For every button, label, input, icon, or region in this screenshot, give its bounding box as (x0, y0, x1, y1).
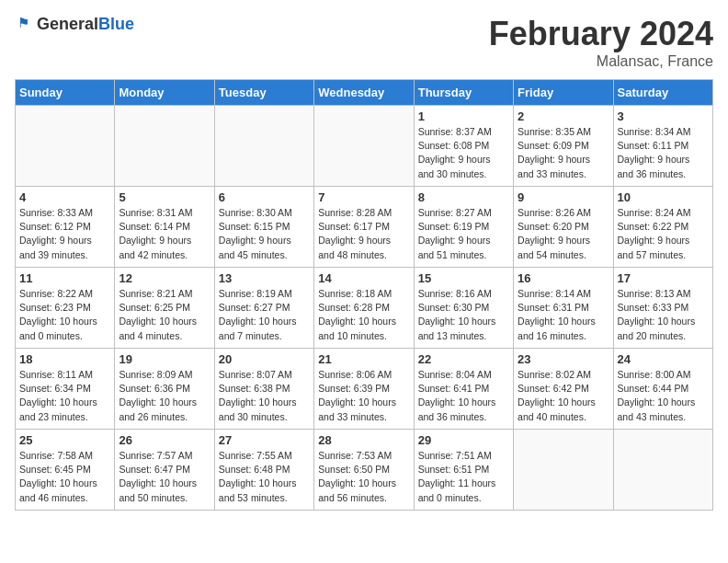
day-number: 23 (518, 352, 609, 366)
calendar-cell: 23Sunrise: 8:02 AM Sunset: 6:42 PM Dayli… (514, 349, 613, 430)
day-info: Sunrise: 8:16 AM Sunset: 6:30 PM Dayligh… (418, 287, 509, 343)
day-info: Sunrise: 8:24 AM Sunset: 6:22 PM Dayligh… (618, 206, 709, 262)
header-day-saturday: Saturday (613, 80, 712, 106)
calendar-week-4: 18Sunrise: 8:11 AM Sunset: 6:34 PM Dayli… (16, 349, 713, 430)
calendar-week-1: 1Sunrise: 8:37 AM Sunset: 6:08 PM Daylig… (16, 106, 713, 187)
calendar-cell: 24Sunrise: 8:00 AM Sunset: 6:44 PM Dayli… (613, 349, 712, 430)
day-number: 6 (219, 190, 310, 204)
calendar-cell: 18Sunrise: 8:11 AM Sunset: 6:34 PM Dayli… (16, 349, 115, 430)
day-number: 17 (618, 271, 709, 285)
day-number: 29 (418, 433, 509, 447)
day-number: 3 (618, 109, 709, 123)
day-number: 27 (219, 433, 310, 447)
day-number: 26 (119, 433, 210, 447)
day-number: 24 (618, 352, 709, 366)
calendar-table: SundayMondayTuesdayWednesdayThursdayFrid… (15, 79, 713, 511)
day-number: 9 (518, 190, 609, 204)
day-info: Sunrise: 8:33 AM Sunset: 6:12 PM Dayligh… (19, 206, 110, 262)
calendar-cell: 2Sunrise: 8:35 AM Sunset: 6:09 PM Daylig… (514, 106, 613, 187)
day-info: Sunrise: 8:02 AM Sunset: 6:42 PM Dayligh… (518, 368, 609, 424)
day-number: 28 (318, 433, 409, 447)
logo: ⚑ GeneralBlue (15, 15, 134, 34)
day-info: Sunrise: 8:21 AM Sunset: 6:25 PM Dayligh… (119, 287, 210, 343)
day-number: 2 (518, 109, 609, 123)
day-info: Sunrise: 8:26 AM Sunset: 6:20 PM Dayligh… (518, 206, 609, 262)
day-info: Sunrise: 8:07 AM Sunset: 6:38 PM Dayligh… (219, 368, 310, 424)
day-number: 16 (518, 271, 609, 285)
calendar-cell: 11Sunrise: 8:22 AM Sunset: 6:23 PM Dayli… (16, 268, 115, 349)
calendar-cell: 27Sunrise: 7:55 AM Sunset: 6:48 PM Dayli… (214, 430, 313, 511)
day-number: 5 (119, 190, 210, 204)
calendar-cell: 16Sunrise: 8:14 AM Sunset: 6:31 PM Dayli… (514, 268, 613, 349)
day-info: Sunrise: 7:55 AM Sunset: 6:48 PM Dayligh… (219, 449, 310, 505)
calendar-cell: 17Sunrise: 8:13 AM Sunset: 6:33 PM Dayli… (613, 268, 712, 349)
calendar-cell: 12Sunrise: 8:21 AM Sunset: 6:25 PM Dayli… (115, 268, 214, 349)
calendar-cell: 4Sunrise: 8:33 AM Sunset: 6:12 PM Daylig… (16, 187, 115, 268)
day-number: 20 (219, 352, 310, 366)
day-info: Sunrise: 8:18 AM Sunset: 6:28 PM Dayligh… (318, 287, 409, 343)
calendar-cell: 25Sunrise: 7:58 AM Sunset: 6:45 PM Dayli… (16, 430, 115, 511)
day-number: 11 (19, 271, 110, 285)
day-info: Sunrise: 8:11 AM Sunset: 6:34 PM Dayligh… (19, 368, 110, 424)
day-number: 19 (119, 352, 210, 366)
header-day-monday: Monday (115, 80, 214, 106)
day-number: 13 (219, 271, 310, 285)
calendar-cell: 5Sunrise: 8:31 AM Sunset: 6:14 PM Daylig… (115, 187, 214, 268)
calendar-week-2: 4Sunrise: 8:33 AM Sunset: 6:12 PM Daylig… (16, 187, 713, 268)
svg-text:⚑: ⚑ (17, 16, 29, 30)
day-number: 1 (418, 109, 509, 123)
calendar-cell: 19Sunrise: 8:09 AM Sunset: 6:36 PM Dayli… (115, 349, 214, 430)
day-info: Sunrise: 7:53 AM Sunset: 6:50 PM Dayligh… (318, 449, 409, 505)
day-info: Sunrise: 8:28 AM Sunset: 6:17 PM Dayligh… (318, 206, 409, 262)
header: ⚑ GeneralBlue February 2024 Malansac, Fr… (15, 15, 713, 70)
calendar-header-row: SundayMondayTuesdayWednesdayThursdayFrid… (16, 80, 713, 106)
day-number: 21 (318, 352, 409, 366)
header-day-wednesday: Wednesday (314, 80, 414, 106)
day-number: 14 (318, 271, 409, 285)
calendar-cell: 13Sunrise: 8:19 AM Sunset: 6:27 PM Dayli… (214, 268, 313, 349)
day-number: 12 (119, 271, 210, 285)
day-number: 7 (318, 190, 409, 204)
calendar-cell: 9Sunrise: 8:26 AM Sunset: 6:20 PM Daylig… (514, 187, 613, 268)
day-number: 10 (618, 190, 709, 204)
month-year: February 2024 (489, 15, 713, 53)
day-number: 18 (19, 352, 110, 366)
calendar-cell: 21Sunrise: 8:06 AM Sunset: 6:39 PM Dayli… (314, 349, 414, 430)
calendar-cell: 8Sunrise: 8:27 AM Sunset: 6:19 PM Daylig… (414, 187, 513, 268)
day-info: Sunrise: 8:31 AM Sunset: 6:14 PM Dayligh… (119, 206, 210, 262)
location: Malansac, France (489, 53, 713, 70)
calendar-cell (514, 430, 613, 511)
calendar-cell: 22Sunrise: 8:04 AM Sunset: 6:41 PM Dayli… (414, 349, 513, 430)
day-info: Sunrise: 8:30 AM Sunset: 6:15 PM Dayligh… (219, 206, 310, 262)
calendar-cell: 26Sunrise: 7:57 AM Sunset: 6:47 PM Dayli… (115, 430, 214, 511)
calendar-cell: 1Sunrise: 8:37 AM Sunset: 6:08 PM Daylig… (414, 106, 513, 187)
day-info: Sunrise: 7:57 AM Sunset: 6:47 PM Dayligh… (119, 449, 210, 505)
day-info: Sunrise: 8:35 AM Sunset: 6:09 PM Dayligh… (518, 125, 609, 181)
logo-icon: ⚑ (17, 16, 35, 34)
header-day-sunday: Sunday (16, 80, 115, 106)
header-day-friday: Friday (514, 80, 613, 106)
calendar-week-5: 25Sunrise: 7:58 AM Sunset: 6:45 PM Dayli… (16, 430, 713, 511)
calendar-cell: 14Sunrise: 8:18 AM Sunset: 6:28 PM Dayli… (314, 268, 414, 349)
calendar-cell: 6Sunrise: 8:30 AM Sunset: 6:15 PM Daylig… (214, 187, 313, 268)
day-info: Sunrise: 8:34 AM Sunset: 6:11 PM Dayligh… (618, 125, 709, 181)
day-number: 15 (418, 271, 509, 285)
calendar-cell: 29Sunrise: 7:51 AM Sunset: 6:51 PM Dayli… (414, 430, 513, 511)
calendar-cell: 3Sunrise: 8:34 AM Sunset: 6:11 PM Daylig… (613, 106, 712, 187)
day-info: Sunrise: 8:19 AM Sunset: 6:27 PM Dayligh… (219, 287, 310, 343)
day-info: Sunrise: 8:00 AM Sunset: 6:44 PM Dayligh… (618, 368, 709, 424)
calendar-cell (115, 106, 214, 187)
header-day-thursday: Thursday (414, 80, 513, 106)
calendar-cell (314, 106, 414, 187)
calendar-cell (613, 430, 712, 511)
day-info: Sunrise: 8:22 AM Sunset: 6:23 PM Dayligh… (19, 287, 110, 343)
header-day-tuesday: Tuesday (214, 80, 313, 106)
calendar-cell: 7Sunrise: 8:28 AM Sunset: 6:17 PM Daylig… (314, 187, 414, 268)
day-info: Sunrise: 8:13 AM Sunset: 6:33 PM Dayligh… (618, 287, 709, 343)
day-number: 8 (418, 190, 509, 204)
logo-text-blue: Blue (98, 15, 134, 33)
logo-text-general: General (37, 15, 98, 33)
calendar-cell: 28Sunrise: 7:53 AM Sunset: 6:50 PM Dayli… (314, 430, 414, 511)
day-info: Sunrise: 8:14 AM Sunset: 6:31 PM Dayligh… (518, 287, 609, 343)
calendar-week-3: 11Sunrise: 8:22 AM Sunset: 6:23 PM Dayli… (16, 268, 713, 349)
